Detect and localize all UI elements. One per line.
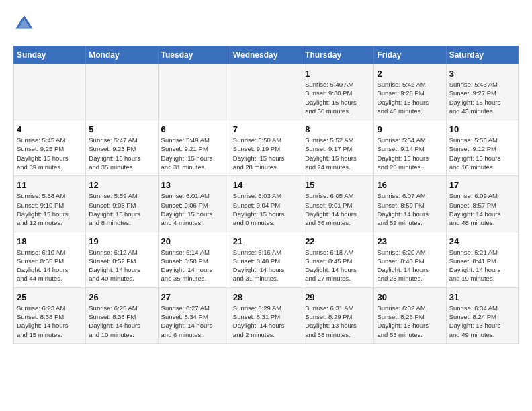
- day-info: Sunrise: 5:45 AM Sunset: 9:25 PM Dayligh…: [17, 136, 83, 171]
- day-number: 8: [305, 124, 371, 134]
- calendar-day-cell: 15Sunrise: 6:05 AM Sunset: 9:01 PM Dayli…: [302, 176, 374, 232]
- calendar-day-cell: 29Sunrise: 6:31 AM Sunset: 8:29 PM Dayli…: [302, 287, 374, 343]
- calendar-day-cell: 5Sunrise: 5:47 AM Sunset: 9:23 PM Daylig…: [86, 120, 158, 176]
- day-info: Sunrise: 5:54 AM Sunset: 9:14 PM Dayligh…: [377, 136, 443, 171]
- day-info: Sunrise: 5:49 AM Sunset: 9:21 PM Dayligh…: [161, 136, 227, 171]
- calendar-day-cell: 20Sunrise: 6:14 AM Sunset: 8:50 PM Dayli…: [158, 232, 230, 287]
- day-number: 15: [305, 180, 371, 190]
- day-info: Sunrise: 5:47 AM Sunset: 9:23 PM Dayligh…: [89, 136, 154, 171]
- calendar-body: 1Sunrise: 5:40 AM Sunset: 9:30 PM Daylig…: [14, 64, 519, 344]
- calendar-week-row: 4Sunrise: 5:45 AM Sunset: 9:25 PM Daylig…: [14, 120, 519, 176]
- day-info: Sunrise: 6:25 AM Sunset: 8:36 PM Dayligh…: [89, 304, 154, 339]
- day-number: 29: [305, 292, 371, 302]
- day-number: 16: [377, 180, 443, 190]
- day-number: 11: [17, 180, 83, 190]
- day-info: Sunrise: 6:27 AM Sunset: 8:34 PM Dayligh…: [161, 304, 227, 339]
- day-number: 18: [17, 236, 83, 246]
- calendar-day-cell: 11Sunrise: 5:58 AM Sunset: 9:10 PM Dayli…: [14, 176, 86, 232]
- weekday-header-friday: Friday: [374, 46, 446, 64]
- day-number: 26: [89, 292, 154, 302]
- day-number: 30: [377, 292, 443, 302]
- day-number: 12: [89, 180, 154, 190]
- day-info: Sunrise: 6:05 AM Sunset: 9:01 PM Dayligh…: [305, 191, 371, 227]
- calendar-day-cell: 4Sunrise: 5:45 AM Sunset: 9:25 PM Daylig…: [14, 120, 86, 176]
- day-number: 1: [305, 68, 371, 79]
- logo: [13, 13, 38, 35]
- day-number: 5: [89, 124, 154, 134]
- calendar-day-cell: 23Sunrise: 6:20 AM Sunset: 8:43 PM Dayli…: [374, 232, 446, 287]
- calendar-day-cell: 2Sunrise: 5:42 AM Sunset: 9:28 PM Daylig…: [374, 64, 446, 120]
- calendar-day-cell: 22Sunrise: 6:18 AM Sunset: 8:45 PM Dayli…: [302, 232, 374, 287]
- day-number: 21: [233, 236, 299, 246]
- day-info: Sunrise: 5:50 AM Sunset: 9:19 PM Dayligh…: [233, 136, 299, 171]
- day-info: Sunrise: 5:52 AM Sunset: 9:17 PM Dayligh…: [305, 136, 371, 171]
- day-info: Sunrise: 6:10 AM Sunset: 8:55 PM Dayligh…: [17, 248, 83, 283]
- day-number: 2: [377, 68, 443, 79]
- calendar-day-cell: 1Sunrise: 5:40 AM Sunset: 9:30 PM Daylig…: [302, 64, 374, 120]
- calendar-day-cell: [158, 64, 230, 120]
- day-info: Sunrise: 6:09 AM Sunset: 8:57 PM Dayligh…: [449, 191, 515, 227]
- day-info: Sunrise: 6:21 AM Sunset: 8:41 PM Dayligh…: [449, 248, 515, 283]
- weekday-header-monday: Monday: [86, 46, 158, 64]
- calendar-day-cell: 18Sunrise: 6:10 AM Sunset: 8:55 PM Dayli…: [14, 232, 86, 287]
- calendar-day-cell: 7Sunrise: 5:50 AM Sunset: 9:19 PM Daylig…: [230, 120, 302, 176]
- day-info: Sunrise: 6:32 AM Sunset: 8:26 PM Dayligh…: [377, 304, 443, 339]
- day-number: 6: [161, 124, 227, 134]
- calendar-day-cell: 21Sunrise: 6:16 AM Sunset: 8:48 PM Dayli…: [230, 232, 302, 287]
- calendar-day-cell: 26Sunrise: 6:25 AM Sunset: 8:36 PM Dayli…: [86, 287, 158, 343]
- calendar-day-cell: 13Sunrise: 6:01 AM Sunset: 9:06 PM Dayli…: [158, 176, 230, 232]
- calendar-week-row: 18Sunrise: 6:10 AM Sunset: 8:55 PM Dayli…: [14, 232, 519, 287]
- day-number: 25: [17, 292, 83, 302]
- weekday-header-tuesday: Tuesday: [158, 46, 230, 64]
- day-info: Sunrise: 5:56 AM Sunset: 9:12 PM Dayligh…: [449, 136, 515, 171]
- day-info: Sunrise: 6:20 AM Sunset: 8:43 PM Dayligh…: [377, 248, 443, 283]
- day-number: 20: [161, 236, 227, 246]
- weekday-header-saturday: Saturday: [446, 46, 518, 64]
- day-number: 24: [449, 236, 515, 246]
- day-number: 28: [233, 292, 299, 302]
- day-number: 27: [161, 292, 227, 302]
- day-info: Sunrise: 6:34 AM Sunset: 8:24 PM Dayligh…: [449, 304, 515, 339]
- day-number: 3: [449, 68, 515, 79]
- day-info: Sunrise: 6:01 AM Sunset: 9:06 PM Dayligh…: [161, 191, 227, 227]
- day-number: 23: [377, 236, 443, 246]
- weekday-header-thursday: Thursday: [302, 46, 374, 64]
- day-number: 4: [17, 124, 83, 134]
- calendar-day-cell: [14, 64, 86, 120]
- calendar-day-cell: [230, 64, 302, 120]
- day-number: 19: [89, 236, 154, 246]
- day-info: Sunrise: 6:23 AM Sunset: 8:38 PM Dayligh…: [17, 304, 83, 339]
- day-info: Sunrise: 6:18 AM Sunset: 8:45 PM Dayligh…: [305, 248, 371, 283]
- calendar-day-cell: 27Sunrise: 6:27 AM Sunset: 8:34 PM Dayli…: [158, 287, 230, 343]
- calendar-day-cell: 19Sunrise: 6:12 AM Sunset: 8:52 PM Dayli…: [86, 232, 158, 287]
- day-info: Sunrise: 6:16 AM Sunset: 8:48 PM Dayligh…: [233, 248, 299, 283]
- calendar-day-cell: 6Sunrise: 5:49 AM Sunset: 9:21 PM Daylig…: [158, 120, 230, 176]
- weekday-header-wednesday: Wednesday: [230, 46, 302, 64]
- weekday-header-row: SundayMondayTuesdayWednesdayThursdayFrid…: [14, 46, 519, 64]
- day-number: 17: [449, 180, 515, 190]
- calendar-day-cell: 31Sunrise: 6:34 AM Sunset: 8:24 PM Dayli…: [446, 287, 518, 343]
- day-info: Sunrise: 5:43 AM Sunset: 9:27 PM Dayligh…: [449, 80, 515, 116]
- day-info: Sunrise: 5:40 AM Sunset: 9:30 PM Dayligh…: [305, 80, 371, 116]
- calendar-day-cell: 17Sunrise: 6:09 AM Sunset: 8:57 PM Dayli…: [446, 176, 518, 232]
- calendar-day-cell: 14Sunrise: 6:03 AM Sunset: 9:04 PM Dayli…: [230, 176, 302, 232]
- calendar-day-cell: [86, 64, 158, 120]
- calendar-day-cell: 8Sunrise: 5:52 AM Sunset: 9:17 PM Daylig…: [302, 120, 374, 176]
- day-info: Sunrise: 6:31 AM Sunset: 8:29 PM Dayligh…: [305, 304, 371, 339]
- day-number: 7: [233, 124, 299, 134]
- calendar-header: SundayMondayTuesdayWednesdayThursdayFrid…: [14, 46, 519, 64]
- calendar-day-cell: 25Sunrise: 6:23 AM Sunset: 8:38 PM Dayli…: [14, 287, 86, 343]
- calendar-week-row: 1Sunrise: 5:40 AM Sunset: 9:30 PM Daylig…: [14, 64, 519, 120]
- calendar-day-cell: 24Sunrise: 6:21 AM Sunset: 8:41 PM Dayli…: [446, 232, 518, 287]
- day-number: 22: [305, 236, 371, 246]
- calendar-day-cell: 16Sunrise: 6:07 AM Sunset: 8:59 PM Dayli…: [374, 176, 446, 232]
- day-info: Sunrise: 6:14 AM Sunset: 8:50 PM Dayligh…: [161, 248, 227, 283]
- day-info: Sunrise: 6:12 AM Sunset: 8:52 PM Dayligh…: [89, 248, 154, 283]
- day-info: Sunrise: 6:29 AM Sunset: 8:31 PM Dayligh…: [233, 304, 299, 339]
- calendar-day-cell: 12Sunrise: 5:59 AM Sunset: 9:08 PM Dayli…: [86, 176, 158, 232]
- calendar-day-cell: 28Sunrise: 6:29 AM Sunset: 8:31 PM Dayli…: [230, 287, 302, 343]
- page-header: [13, 13, 519, 35]
- calendar-day-cell: 3Sunrise: 5:43 AM Sunset: 9:27 PM Daylig…: [446, 64, 518, 120]
- day-info: Sunrise: 5:59 AM Sunset: 9:08 PM Dayligh…: [89, 191, 154, 227]
- calendar-day-cell: 10Sunrise: 5:56 AM Sunset: 9:12 PM Dayli…: [446, 120, 518, 176]
